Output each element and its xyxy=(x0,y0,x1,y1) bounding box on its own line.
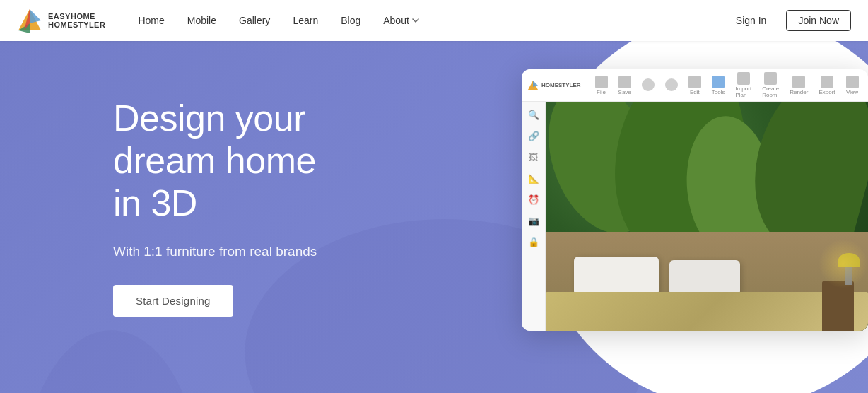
sidebar-clock-icon[interactable]: ⏰ xyxy=(527,192,541,206)
toolbar-undo[interactable] xyxy=(638,76,659,94)
device-body: 🔍 🔗 🖼 📐 ⏰ 📷 🔒 xyxy=(522,102,868,331)
sidebar-search-icon[interactable]: 🔍 xyxy=(527,107,541,122)
navbar: EASYHOME HOMESTYLER Home Mobile Gallery … xyxy=(0,0,868,41)
nav-item-mobile[interactable]: Mobile xyxy=(177,9,226,32)
device-mockup: HOMESTYLER File Save xyxy=(522,69,868,352)
nav-links: Home Mobile Gallery Learn Blog About xyxy=(128,9,727,32)
toolbar-help[interactable]: Help xyxy=(865,74,868,98)
hero-title: Design your dream home in 3D xyxy=(113,98,317,224)
nav-item-blog[interactable]: Blog xyxy=(331,9,370,32)
bed-area xyxy=(546,232,868,331)
hero-section: Design your dream home in 3D With 1:1 fu… xyxy=(0,41,868,393)
sidebar-image-icon[interactable]: 🖼 xyxy=(527,150,541,164)
sidebar-link-icon[interactable]: 🔗 xyxy=(527,129,541,143)
nav-item-gallery[interactable]: Gallery xyxy=(229,9,280,32)
nav-item-home[interactable]: Home xyxy=(128,9,174,32)
svg-marker-1 xyxy=(30,9,41,23)
logo[interactable]: EASYHOME HOMESTYLER xyxy=(17,8,105,33)
device-frame: HOMESTYLER File Save xyxy=(522,69,868,331)
start-designing-button[interactable]: Start Designing xyxy=(113,285,233,317)
toolbar-file[interactable]: File xyxy=(591,74,612,98)
lamp-glow xyxy=(819,239,868,288)
toolbar-tools[interactable]: Tools xyxy=(708,74,729,98)
logo-icon xyxy=(17,8,42,33)
nav-item-learn[interactable]: Learn xyxy=(283,9,328,32)
nav-right: Sign In Join Now xyxy=(727,10,851,31)
chevron-down-icon xyxy=(412,17,419,24)
toolbar-redo[interactable] xyxy=(661,76,682,94)
nav-item-about[interactable]: About xyxy=(373,9,429,32)
logo-text: EASYHOME HOMESTYLER xyxy=(48,12,105,29)
sign-in-button[interactable]: Sign In xyxy=(727,11,775,30)
pillow-left xyxy=(574,257,659,295)
toolbar-edit[interactable]: Edit xyxy=(684,74,705,98)
nightstand xyxy=(822,281,854,331)
blanket xyxy=(546,292,868,331)
join-now-button[interactable]: Join Now xyxy=(786,10,851,31)
device-toolbar: HOMESTYLER File Save xyxy=(522,69,868,102)
hero-subtitle: With 1:1 furniture from real brands xyxy=(113,244,317,259)
toolbar-import-plan[interactable]: Import Plan xyxy=(731,70,756,100)
toolbar-export[interactable]: Export xyxy=(814,74,839,98)
toolbar-view[interactable]: View xyxy=(842,74,863,98)
sidebar-camera-icon[interactable]: 📷 xyxy=(527,213,541,228)
device-canvas xyxy=(546,102,868,331)
svg-marker-8 xyxy=(533,81,538,87)
device-logo-label: HOMESTYLER xyxy=(541,82,581,88)
svg-point-5 xyxy=(22,330,200,393)
sidebar-measure-icon[interactable]: 📐 xyxy=(527,171,541,185)
brand-top: EASYHOME xyxy=(48,12,105,20)
device-toolbar-icons: File Save xyxy=(591,70,868,100)
toolbar-render[interactable]: Render xyxy=(785,74,812,98)
hero-content: Design your dream home in 3D With 1:1 fu… xyxy=(113,98,317,317)
brand-bottom: HOMESTYLER xyxy=(48,20,105,29)
device-sidebar: 🔍 🔗 🖼 📐 ⏰ 📷 🔒 xyxy=(522,102,546,331)
toolbar-create-room[interactable]: Create Room xyxy=(758,70,783,100)
device-logo-icon xyxy=(527,80,539,91)
pillow-right xyxy=(669,260,740,295)
sidebar-lock-icon[interactable]: 🔒 xyxy=(527,235,541,249)
device-logo-small: HOMESTYLER xyxy=(527,80,581,91)
toolbar-save[interactable]: Save xyxy=(614,74,635,98)
